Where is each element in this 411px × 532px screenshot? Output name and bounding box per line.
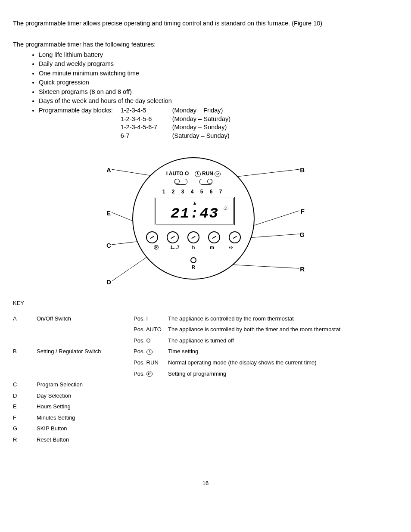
callout-C: C [106,241,111,250]
clock-icon [195,171,201,177]
hours-button[interactable] [187,231,199,243]
reset-button[interactable] [190,257,196,263]
on-off-switch[interactable] [174,179,187,185]
page-number: 16 [13,479,398,487]
dayblock-code: 1-2-3-4-5-6-7 [121,123,172,132]
key-label: Hours Setting [37,401,134,412]
feature-item-dayblocks: Programmable day blocks: 1-2-3-4-5(Monda… [39,106,398,140]
key-label: Setting / Regulator Switch [37,346,134,357]
lcd-time: 21:43 [156,204,234,224]
dayblock-range: (Saturday – Sunday) [172,132,241,140]
key-letter: R [13,434,37,445]
callout-A: A [106,166,111,174]
dayblock-code: 1-2-3-4-5 [121,106,172,115]
key-letter: A [13,313,37,324]
key-pos: Pos. [134,346,168,357]
callout-F: F [301,207,305,216]
key-label: Reset Button [37,434,134,445]
timer-dial: I AUTO O RUN P 1 2 3 4 5 6 7 ▲ 21:43 ♤ [132,157,255,280]
btn-label-h: h [185,244,202,251]
key-label: Program Selection [37,379,134,390]
feature-item: Days of the week and hours of the day se… [39,97,398,106]
key-table: A On/Off Switch Pos. I The appliance is … [13,313,340,445]
dayblock-code: 6-7 [121,132,172,140]
key-letter: C [13,379,37,390]
p-icon: P [146,371,153,377]
lcd-display: ▲ 21:43 ♤ [155,197,235,225]
key-desc: Setting of programming [168,368,340,380]
callout-E: E [106,209,111,218]
callout-D: D [106,278,111,286]
timer-figure: A B E F C G D R I AUTO O RUN P 1 2 3 4 5… [106,157,305,286]
btn-label-skip: ⇔ [222,244,239,251]
clock-icon [146,349,153,355]
btn-label-m: m [203,244,221,251]
key-section: KEY A On/Off Switch Pos. I The appliance… [13,299,398,445]
key-pos: Pos. P [134,368,168,380]
key-letter: D [13,390,37,401]
dayblocks-label: Programmable day blocks: [39,106,113,140]
features-lead: The programmable timer has the following… [13,40,398,49]
reset-label: R [192,264,195,270]
feature-item: Daily and weekly programs [39,60,398,68]
day-numbers: 1 2 3 4 5 6 7 [133,188,254,195]
btn-label-days: 1...7 [166,244,184,251]
key-heading: KEY [13,299,398,307]
features-list: Long life lithium battery Daily and week… [39,51,398,140]
key-letter: E [13,401,37,412]
key-label: SKIP Button [37,423,134,434]
key-desc: The appliance is controlled by both the … [168,324,340,335]
setting-regulator-switch[interactable] [199,179,212,185]
dayblock-range: (Monday – Saturday) [172,115,241,124]
dayblock-range: (Monday – Friday) [172,106,241,115]
callout-B: B [300,166,305,174]
intro-paragraph: The programmable timer allows precise op… [13,19,398,28]
feature-item: Quick progression [39,78,398,87]
dayblocks-table: 1-2-3-4-5(Monday – Friday) 1-2-3-4-5-6(M… [121,106,241,140]
key-letter: B [13,346,37,357]
key-label: Day Selection [37,390,134,401]
feature-item: One minute minimum switching time [39,69,398,78]
key-letter: F [13,412,37,423]
key-desc: The appliance is controlled by the room … [168,313,340,324]
dayblock-range: (Monday – Sunday) [172,123,241,132]
key-pos: Pos. I [134,313,168,324]
switch-a-labels: I AUTO O [166,171,189,177]
key-pos: Pos. AUTO [134,324,168,335]
key-label: On/Off Switch [37,313,134,324]
switch-b-run: RUN [202,171,213,177]
key-desc: The appliance is turned off [168,335,340,346]
feature-item: Sixteen programs (8 on and 8 off) [39,88,398,96]
button-labels: Ⓟ 1...7 h m ⇔ [133,244,254,251]
lcd-bell-icon: ♤ [223,204,228,212]
key-pos: Pos. O [134,335,168,346]
key-desc: Normal operating mode (the display shows… [168,357,340,368]
key-label: Minutes Setting [37,412,134,423]
key-letter: G [13,423,37,434]
dayblock-code: 1-2-3-4-5-6 [121,115,172,124]
callout-R: R [300,265,305,274]
p-icon: P [215,171,221,177]
reset-area: R [133,257,254,271]
day-selection-button[interactable] [167,231,179,243]
key-pos: Pos. RUN [134,357,168,368]
program-selection-button[interactable] [146,231,158,243]
callout-G: G [299,230,305,239]
minutes-button[interactable] [208,231,220,243]
button-row [133,231,254,243]
feature-item: Long life lithium battery [39,51,398,59]
top-switch-row: I AUTO O RUN P [133,170,254,185]
skip-button[interactable] [229,231,241,243]
btn-label-p: Ⓟ [148,244,165,251]
key-desc: Time setting [168,346,340,357]
